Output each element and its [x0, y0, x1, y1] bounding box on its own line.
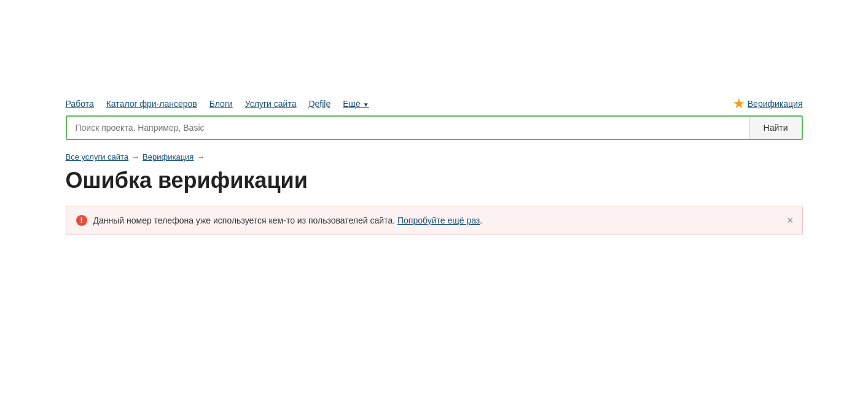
breadcrumb-verification[interactable]: Верификация [143, 152, 194, 161]
nav-blogs[interactable]: Блоги [209, 99, 233, 109]
search-button[interactable]: Найти [749, 117, 802, 139]
search-input[interactable] [67, 117, 749, 139]
breadcrumb: Все услуги сайта → Верификация → [66, 152, 803, 161]
breadcrumb-arrow-1: → [131, 152, 139, 161]
page-title: Ошибка верификации [66, 168, 803, 193]
breadcrumb-arrow-2: → [197, 152, 205, 161]
error-icon: ! [76, 215, 87, 226]
nav-services[interactable]: Услуги сайта [245, 99, 297, 109]
error-message-box: ! Данный номер телефона уже используется… [66, 206, 803, 235]
search-bar: Найти [66, 115, 803, 140]
nav-catalog[interactable]: Каталог фри-лансеров [106, 99, 197, 109]
close-error-button[interactable]: × [787, 215, 794, 226]
verification-nav-item[interactable]: Верификация [733, 98, 803, 109]
nav-more[interactable]: Ещё ▼ [343, 99, 369, 109]
dropdown-arrow-icon: ▼ [363, 101, 369, 108]
nav-defile[interactable]: Defile [308, 99, 330, 109]
breadcrumb-all-services[interactable]: Все услуги сайта [66, 152, 129, 161]
verification-nav-link[interactable]: Верификация [748, 99, 803, 109]
error-text: Данный номер телефона уже используется к… [93, 216, 483, 225]
star-badge-icon [733, 98, 745, 109]
retry-link[interactable]: Попробуйте ещё раз [397, 216, 480, 225]
error-suffix: . [480, 216, 482, 225]
error-message-text: Данный номер телефона уже используется к… [93, 216, 396, 225]
nav-rabota[interactable]: Работа [66, 99, 94, 109]
nav-bar: Работа Каталог фри-лансеров Блоги Услуги… [66, 98, 803, 109]
